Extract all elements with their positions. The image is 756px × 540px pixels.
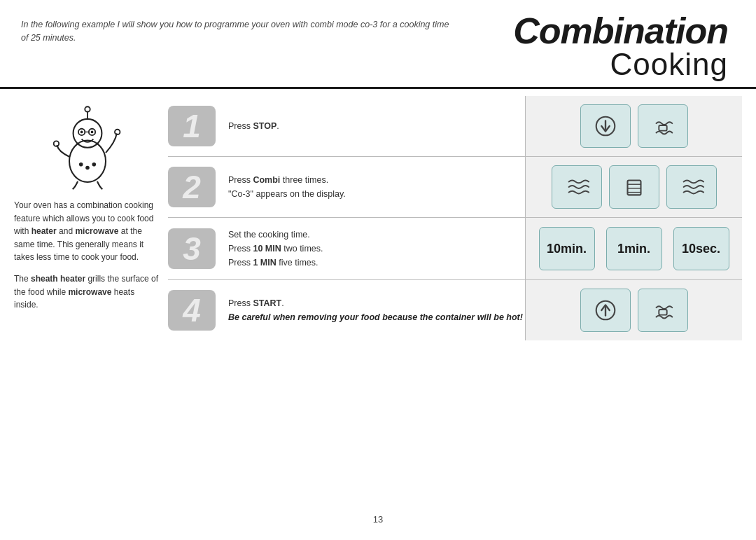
step-4-middle: 4 Press START. Be careful when removing … bbox=[168, 280, 525, 340]
svg-point-9 bbox=[54, 141, 59, 146]
1min-button: 1min. bbox=[606, 227, 662, 270]
step-1-middle: 1 Press STOP. bbox=[168, 96, 525, 156]
svg-point-1 bbox=[74, 119, 102, 148]
combi-button-icon bbox=[638, 104, 688, 148]
combi-mode-1-svg bbox=[564, 174, 590, 200]
step-1-row: 1 Press STOP. bbox=[168, 96, 742, 157]
left-body-text-1: Your oven has a combination cooking feat… bbox=[14, 199, 161, 264]
main-content: Your oven has a combination cooking feat… bbox=[0, 89, 756, 347]
svg-point-12 bbox=[85, 166, 90, 170]
step-2-row: 2 Press Combi three times. "Co-3" appear… bbox=[168, 157, 742, 218]
step-3-buttons: 10min. 1min. 10sec. bbox=[525, 218, 742, 279]
mascot-area bbox=[14, 99, 161, 191]
step-2-buttons bbox=[525, 157, 742, 217]
step-4-text: Press START. Be careful when removing yo… bbox=[224, 296, 525, 324]
step-3-row: 3 Set the cooking time. Press 10 MIN two… bbox=[168, 218, 742, 280]
svg-point-13 bbox=[92, 162, 97, 167]
svg-point-7 bbox=[91, 131, 94, 134]
svg-rect-21 bbox=[659, 310, 666, 315]
svg-point-10 bbox=[115, 130, 120, 134]
combi-start-icon-svg bbox=[650, 297, 676, 324]
10sec-button: 10sec. bbox=[673, 227, 729, 270]
step-2-middle: 2 Press Combi three times. "Co-3" appear… bbox=[168, 157, 525, 217]
combi-mode-3-icon bbox=[666, 165, 717, 209]
mascot-icon bbox=[49, 99, 126, 191]
step-2-text: Press Combi three times. "Co-3" appears … bbox=[224, 173, 525, 201]
step-1-text: Press STOP. bbox=[224, 119, 525, 133]
combi-mode-3-svg bbox=[678, 174, 705, 200]
title-cooking: Cooking bbox=[513, 49, 728, 80]
step-4-row: 4 Press START. Be careful when removing … bbox=[168, 280, 742, 340]
svg-point-0 bbox=[69, 141, 106, 182]
step-3-text: Set the cooking time. Press 10 MIN two t… bbox=[224, 228, 525, 270]
step-2-number: 2 bbox=[168, 167, 224, 207]
page-number: 13 bbox=[373, 514, 383, 525]
combi-mode-1-icon bbox=[552, 165, 602, 209]
10min-button: 10min. bbox=[539, 227, 595, 270]
stop-button-icon bbox=[580, 104, 631, 148]
step-3-middle: 3 Set the cooking time. Press 10 MIN two… bbox=[168, 218, 525, 279]
combi-start-button-icon bbox=[638, 289, 688, 332]
header: In the following example I will show you… bbox=[0, 0, 756, 89]
left-column: Your oven has a combination cooking feat… bbox=[14, 96, 168, 340]
stop-icon-svg bbox=[592, 113, 619, 139]
step-1-number: 1 bbox=[168, 106, 224, 146]
combi-icon-svg bbox=[650, 113, 676, 139]
combi-mode-2-icon bbox=[609, 165, 659, 209]
svg-point-5 bbox=[80, 131, 83, 134]
svg-rect-15 bbox=[659, 125, 666, 131]
left-body-text-2: The sheath heater grills the surface of … bbox=[14, 272, 161, 312]
start-stop-button-icon bbox=[580, 289, 631, 332]
start-stop-icon-svg bbox=[592, 297, 619, 324]
svg-point-11 bbox=[79, 162, 83, 167]
step-3-number: 3 bbox=[168, 228, 224, 269]
combi-mode-2-svg bbox=[621, 174, 648, 200]
step-4-buttons bbox=[525, 280, 742, 340]
svg-point-3 bbox=[85, 106, 90, 111]
step-1-buttons bbox=[525, 96, 742, 156]
title-block: Combination Cooking bbox=[513, 13, 735, 80]
title-combination: Combination bbox=[513, 13, 728, 49]
intro-text: In the following example I will show you… bbox=[21, 13, 455, 45]
step-4-number: 4 bbox=[168, 290, 224, 331]
steps-area: 1 Press STOP. bbox=[168, 96, 742, 340]
